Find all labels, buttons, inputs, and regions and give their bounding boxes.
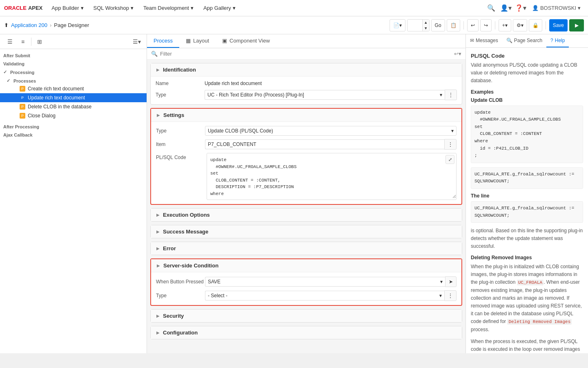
tab-component-view[interactable]: ▣ Component View (216, 34, 276, 48)
security-header[interactable]: ▶ Security (151, 310, 462, 322)
configuration-title: Configuration (163, 330, 198, 336)
page-up-arrow[interactable]: ▲ (423, 20, 429, 25)
user-icon: 👤 (532, 5, 539, 11)
help-optional-text: is optional. Based on this line the supp… (471, 227, 583, 251)
breadcrumb-app-link[interactable]: Application 200 (11, 22, 47, 28)
create-rich-label: Create rich text document (28, 86, 84, 92)
help-examples-label: Examples (471, 89, 583, 95)
identification-header[interactable]: ▶ Identification (151, 63, 462, 76)
tree-after-processing[interactable]: After Processing (0, 122, 147, 130)
user-arrow: ▾ (578, 5, 581, 11)
server-side-header[interactable]: ▶ Server-side Condition (151, 259, 461, 272)
tab-messages[interactable]: ✉ Messages (466, 34, 502, 47)
success-chevron: ▶ (156, 229, 160, 234)
help-title: PL/SQL Code (471, 53, 583, 59)
left-toolbar-right: ☰▾ (130, 35, 143, 48)
close-dialog-label: Close Dialog (28, 113, 56, 119)
page-search-icon: 🔍 (506, 38, 512, 43)
settings-button[interactable]: ⚙▾ (513, 19, 527, 31)
help-update-clob-label: Update CLOB (471, 97, 583, 103)
filter-options-icon[interactable]: ↩▾ (454, 51, 461, 57)
utilities-button[interactable]: 📋 (447, 19, 460, 31)
plsql-code-textarea[interactable]: update #OWNER#.UC_FROALA_SAMPLE_CLOBS se… (207, 153, 456, 198)
page-search-label: Page Search (514, 38, 542, 43)
settings-title: Settings (163, 112, 184, 118)
nav-team-development[interactable]: Team Development ▾ (138, 0, 198, 16)
item-select[interactable]: P7_CLOB_CONTENT (205, 139, 444, 149)
utilities-icon: 📋 (450, 22, 457, 28)
user-button[interactable]: 👤 BOSTROWSKI ▾ (529, 2, 584, 15)
condition-type-select[interactable]: - Select - ▾ (205, 291, 444, 301)
create-rich-icon: P (20, 86, 25, 92)
lock-button[interactable]: 🔒 (529, 19, 542, 31)
breadcrumb-separator: › (50, 22, 51, 28)
settings-chevron: ▶ (156, 113, 161, 118)
identification-section: ▶ Identification Name Update rich text d… (150, 63, 462, 105)
condition-type-action[interactable]: ⋮ (444, 290, 457, 301)
redo-button[interactable]: ↪ (480, 19, 492, 31)
new-page-button[interactable]: 📄▾ (390, 19, 405, 31)
when-button-select[interactable]: SAVE ▾ (205, 277, 445, 287)
tab-process-label: Process (154, 38, 173, 44)
tree-ajax-callback[interactable]: Ajax Callback (0, 130, 147, 138)
go-button[interactable]: Go (431, 19, 445, 31)
add-button[interactable]: +▾ (499, 19, 511, 31)
execution-title: Execution Options (163, 212, 210, 218)
help-description: Valid anonymous PL/SQL code updating a C… (471, 61, 583, 85)
tab-page-search[interactable]: 🔍 Page Search (502, 34, 546, 47)
help-icon[interactable]: ❓▾ (514, 2, 527, 15)
undo-button[interactable]: ↩ (467, 19, 479, 31)
success-message-header[interactable]: ▶ Success Message (151, 225, 462, 238)
tree-processes[interactable]: ✓ Processes (0, 76, 147, 84)
search-icon[interactable]: 🔍 (485, 2, 498, 15)
tree-validating[interactable]: Validating (0, 59, 147, 67)
item-action-button[interactable]: ⋮ (444, 139, 457, 150)
nav-app-gallery[interactable]: App Gallery ▾ (198, 0, 241, 16)
list-view-button[interactable]: ≡ (16, 35, 29, 48)
type-action-button[interactable]: ⋮ (445, 90, 457, 100)
left-sec-toolbar: ☰ ≡ ⊞ ☰▾ (0, 34, 147, 49)
filter-input[interactable] (160, 51, 452, 57)
nav-app-builder[interactable]: App Builder ▾ (47, 0, 88, 16)
tree-item-create-rich[interactable]: P Create rich text document (0, 84, 147, 93)
plsql-expand-button[interactable]: ⤢ (445, 155, 454, 164)
filter-button[interactable]: ☰▾ (130, 35, 143, 48)
tab-help[interactable]: ? Help (546, 34, 569, 47)
page-down-arrow[interactable]: ▼ (423, 25, 429, 31)
settings-header[interactable]: ▶ Settings (151, 109, 461, 122)
page-number-input[interactable]: 7 (408, 22, 422, 28)
error-header[interactable]: ▶ Error (151, 242, 462, 255)
success-message-section: ▶ Success Message (150, 225, 462, 238)
page-number-box: 7 ▲ ▼ (407, 19, 430, 31)
help-deleting-title: Deleting Removed Images (471, 255, 583, 260)
tab-process[interactable]: Process (147, 34, 179, 48)
tree-item-delete-clob[interactable]: P Delete CLOB in the database (0, 102, 147, 111)
right-panel: ✉ Messages 🔍 Page Search ? Help PL/SQL C… (466, 34, 588, 353)
nav-app-builder-arrow: ▾ (81, 5, 84, 11)
settings-view-button[interactable]: ⊞ (33, 35, 46, 48)
configuration-header[interactable]: ▶ Configuration (151, 326, 462, 339)
type-select[interactable]: UC - Rich Text Editor Pro (Process) [Plu… (205, 90, 445, 100)
apex-text: APEX (28, 5, 42, 11)
when-button-value: SAVE (208, 279, 220, 285)
run-button[interactable]: ▶ (569, 19, 584, 31)
configuration-section: ▶ Configuration (150, 326, 462, 339)
top-navigation: ORACLE APEX App Builder ▾ SQL Workshop ▾… (0, 0, 588, 16)
processes-label: Processes (13, 79, 36, 83)
processing-expand-icon: ✓ (3, 70, 7, 75)
tab-layout[interactable]: ▦ Layout (179, 34, 216, 48)
settings-type-select[interactable]: Update CLOB (PL/SQL Code) ▾ (205, 126, 457, 136)
save-button[interactable]: Save (549, 19, 568, 31)
user-menu-icon[interactable]: 👤▾ (499, 2, 512, 15)
tree-item-close-dialog[interactable]: P Close Dialog (0, 111, 147, 120)
when-button-action[interactable]: ➤ (445, 276, 457, 287)
tree-view-button[interactable]: ☰ (3, 35, 16, 48)
tree-processing[interactable]: ✓ Processing (0, 67, 147, 76)
nav-sql-workshop[interactable]: SQL Workshop ▾ (89, 0, 138, 16)
execution-options-header[interactable]: ▶ Execution Options (151, 209, 462, 221)
error-title: Error (163, 245, 176, 251)
tree-after-submit[interactable]: After Submit (0, 51, 147, 59)
username: BOSTROWSKI (540, 5, 576, 11)
tree-item-update-rich[interactable]: P Update rich text document (0, 93, 147, 102)
help-the-line-label: The line (471, 193, 583, 199)
